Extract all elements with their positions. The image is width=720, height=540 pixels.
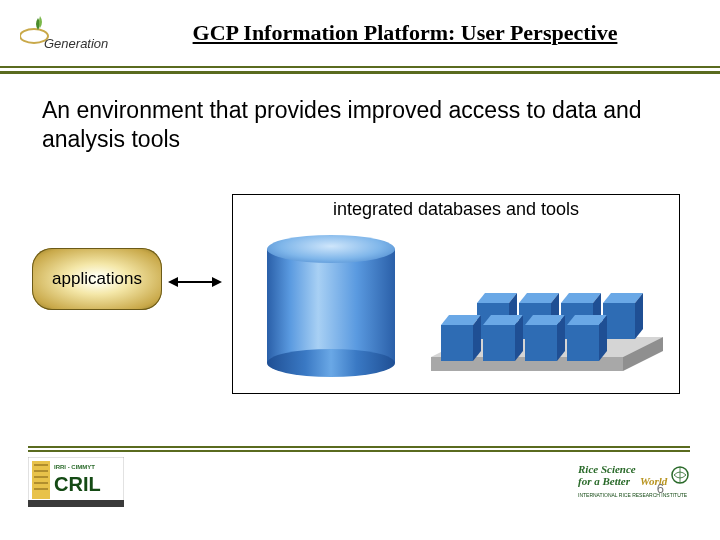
slide-title: GCP Information Platform: User Perspecti… [130,20,720,46]
headline-text: An environment that provides improved ac… [0,74,720,154]
svg-marker-26 [525,325,557,361]
page-number: 6 [657,481,664,496]
generation-logo: Generation [20,6,130,60]
svg-text:for a Better: for a Better [578,475,631,487]
logo-text: Generation [44,36,108,51]
tools-cubes-icon [423,287,671,387]
applications-label: applications [52,269,142,289]
svg-marker-2 [168,277,178,287]
svg-text:Rice Science: Rice Science [578,463,636,475]
cril-main-text: CRIL [54,473,101,495]
svg-marker-29 [567,325,599,361]
bidirectional-arrow-icon [168,274,222,290]
databases-label: integrated databases and tools [233,195,679,220]
applications-node: applications [32,248,162,310]
svg-rect-38 [28,500,124,507]
database-cylinder-icon [267,235,395,377]
svg-text:INTERNATIONAL RICE RESEARCH IN: INTERNATIONAL RICE RESEARCH INSTITUTE [578,492,688,498]
header-row: Generation GCP Information Platform: Use… [0,0,720,68]
slide-footer: IRRI - CIMMYT CRIL Rice Science for a Be… [28,446,690,512]
diagram: applications integrated databases and to… [32,194,682,414]
slide-header: Generation GCP Information Platform: Use… [0,0,720,74]
rice-science-logo: Rice Science for a Better World INTERNAT… [578,461,690,503]
cril-top-text: IRRI - CIMMYT [54,464,95,470]
svg-rect-32 [32,461,50,499]
svg-marker-20 [441,325,473,361]
svg-marker-3 [212,277,222,287]
databases-container: integrated databases and tools [232,194,680,394]
svg-marker-17 [603,303,635,339]
cril-logo: IRRI - CIMMYT CRIL [28,457,124,507]
svg-marker-23 [483,325,515,361]
